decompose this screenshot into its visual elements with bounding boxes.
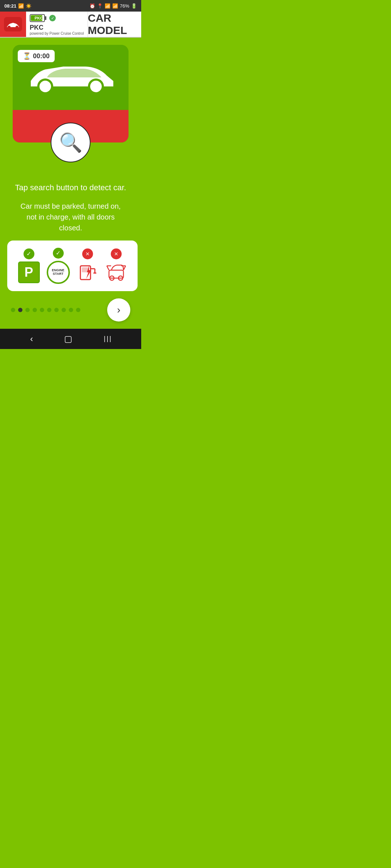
engine-start-icon: ENGINESTART (47, 261, 70, 284)
svg-text:PKC: PKC (34, 16, 43, 20)
powered-by-text: powered by Power Cruise Control (30, 31, 84, 35)
dot-7[interactable] (54, 308, 59, 312)
signal-icon: 📶 (112, 3, 118, 9)
dot-2[interactable] (18, 308, 22, 312)
dot-8[interactable] (62, 308, 66, 312)
back-button[interactable]: ‹ (30, 334, 33, 344)
dot-5[interactable] (40, 308, 44, 312)
svg-point-2 (16, 26, 18, 29)
timer-display: 00:00 (33, 52, 50, 60)
car-doors-svg (106, 262, 126, 282)
next-page-button[interactable]: › (107, 298, 130, 322)
wifi-icon: 📶 (105, 3, 110, 9)
condition-parked: ✓ P (18, 248, 40, 283)
page-title: CAR MODEL (88, 12, 135, 37)
instruction-line1: Tap search button to detect car. (14, 182, 127, 193)
app-logo (3, 14, 23, 34)
car-detection-card: ⏳ 00:00 🔍 (13, 45, 129, 142)
doors-status-icon: ✕ (111, 248, 122, 259)
search-button[interactable]: 🔍 (51, 123, 91, 162)
pagination-row: › (7, 298, 134, 322)
car-logo-icon (4, 17, 22, 31)
status-bar: 08:21 📶 ☀️ ⏰ 📍 📶 📶 76% 🔋 (0, 0, 141, 12)
svg-line-20 (123, 266, 126, 270)
engine-status-icon: ✓ (53, 248, 64, 259)
charging-station-icon (77, 261, 98, 283)
svg-rect-4 (45, 16, 46, 20)
parking-icon: P (18, 261, 40, 283)
sun-icon: ☀️ (26, 3, 31, 9)
svg-line-18 (107, 266, 109, 270)
car-silhouette-icon (24, 56, 118, 99)
sim-icon: 📶 (18, 3, 24, 9)
app-header: PKC ✓ PKC powered by Power Cruise Contro… (0, 12, 141, 38)
parked-status-icon: ✓ (24, 248, 34, 259)
search-magnifier-icon: 🔍 (59, 132, 83, 154)
pkc-label: PKC (30, 24, 43, 31)
instructions-section: Tap search button to detect car. Car mus… (7, 182, 134, 241)
svg-rect-17 (109, 270, 123, 278)
condition-charging: ✕ (77, 248, 98, 283)
logo-container (0, 12, 26, 37)
recents-button[interactable]: ||| (104, 335, 111, 342)
hourglass-icon: ⏳ (23, 52, 31, 60)
battery-charging-icon: PKC (30, 13, 48, 23)
navigation-bar: ‹ ▢ ||| (0, 329, 141, 349)
status-icons: ⏰ 📍 📶 📶 76% 🔋 (89, 3, 137, 9)
location-icon: 📍 (97, 3, 103, 9)
dot-6[interactable] (47, 308, 51, 312)
timer-badge: ⏳ 00:00 (18, 50, 55, 62)
dot-1[interactable] (11, 308, 15, 312)
dot-10[interactable] (76, 308, 80, 312)
instruction-line2: Car must be parked, turned on, not in ch… (14, 201, 127, 233)
page-dots (11, 308, 80, 312)
dot-4[interactable] (33, 308, 37, 312)
dot-9[interactable] (69, 308, 73, 312)
charging-svg (77, 262, 98, 282)
battery-display: 76% (120, 3, 129, 9)
header-title-section: CAR MODEL (88, 12, 141, 37)
status-time: 08:21 📶 ☀️ (4, 3, 31, 9)
pkc-section: PKC ✓ PKC powered by Power Cruise Contro… (26, 12, 88, 37)
main-content: ⏳ 00:00 🔍 Tap search button to detect ca… (0, 38, 141, 329)
home-button[interactable]: ▢ (64, 334, 72, 344)
verified-icon: ✓ (49, 15, 56, 21)
svg-point-8 (39, 81, 51, 92)
time-display: 08:21 (4, 3, 16, 9)
conditions-card: ✓ P ✓ ENGINESTART ✕ (7, 241, 138, 291)
condition-doors: ✕ (105, 248, 127, 283)
charging-status-icon: ✕ (82, 248, 93, 259)
svg-point-1 (8, 26, 10, 29)
condition-engine: ✓ ENGINESTART (47, 248, 70, 284)
pkc-badge: PKC ✓ (30, 13, 56, 23)
battery-icon: 🔋 (131, 3, 137, 9)
svg-point-10 (90, 81, 102, 92)
alarm-icon: ⏰ (89, 3, 95, 9)
dot-3[interactable] (25, 308, 30, 312)
car-doors-open-icon (105, 261, 127, 283)
